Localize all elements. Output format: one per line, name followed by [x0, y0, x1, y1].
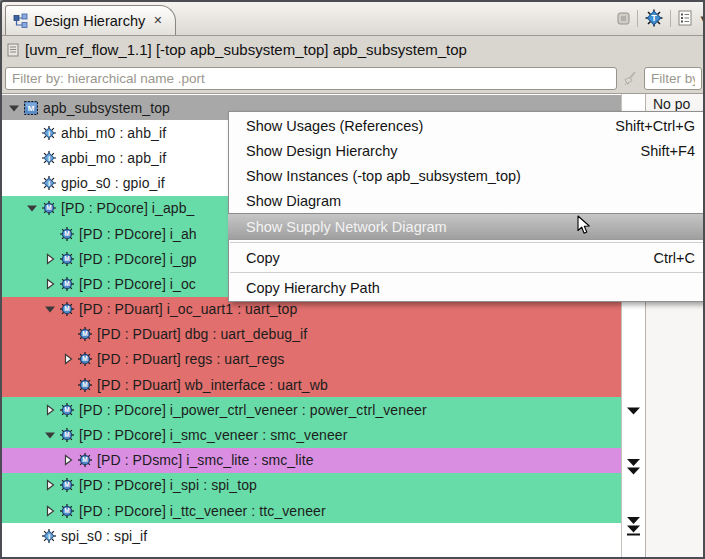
tab-design-hierarchy[interactable]: Design Hierarchy ✕	[5, 5, 176, 35]
expander-expanded-icon[interactable]	[42, 428, 58, 442]
svg-text:M: M	[64, 280, 69, 287]
menu-separator	[230, 242, 703, 243]
svg-text:i: i	[47, 154, 49, 163]
tree-row[interactable]: M[PD : PDcore] i_power_ctrl_veneer : pow…	[2, 397, 621, 422]
tree-row[interactable]: M[PD : PDuart] wb_interface : uart_wb	[2, 372, 621, 397]
tree-row-label: [PD : PDuart] dbg : uart_debug_if	[97, 326, 307, 342]
tree-row-label: [PD : PDcore] i_power_ctrl_veneer : powe…	[79, 402, 427, 418]
scroll-down-double-marker-icon[interactable]	[625, 458, 642, 476]
interface-icon: i	[41, 175, 57, 191]
scroll-down-marker-icon[interactable]	[625, 406, 642, 416]
tree-row[interactable]: M[PD : PDcore] i_spi : spi_top	[2, 473, 621, 498]
svg-text:M: M	[64, 305, 69, 312]
toolbar-separator	[670, 10, 671, 27]
menu-item-label: Copy Hierarchy Path	[246, 280, 380, 296]
menu-item-copy[interactable]: CopyCtrl+C	[229, 245, 704, 270]
expander-expanded-icon[interactable]	[24, 201, 40, 215]
svg-text:T: T	[652, 13, 658, 23]
menu-item-show-design-hierarchy[interactable]: Show Design HierarchyShift+F4	[229, 138, 704, 163]
tree-row[interactable]: M[PD : PDsmc] i_smc_lite : smc_lite	[2, 448, 621, 473]
hierarchy-filter-input[interactable]	[5, 67, 617, 90]
svg-text:M: M	[27, 104, 34, 113]
tab-title: Design Hierarchy	[34, 13, 145, 29]
tree-row[interactable]: M[PD : PDuart] dbg : uart_debug_if	[2, 322, 621, 347]
menu-item-shortcut: Shift+F4	[641, 143, 695, 159]
expander-collapsed-icon[interactable]	[42, 478, 58, 492]
menu-item-label: Copy	[246, 250, 280, 266]
module-icon: M	[59, 477, 75, 493]
expander-collapsed-icon[interactable]	[60, 453, 76, 467]
expander-spacer	[24, 126, 40, 140]
interface-icon: i	[41, 150, 57, 166]
menu-item-show-instances-top-apb-subsystem-top[interactable]: Show Instances (-top apb_subsystem_top)	[229, 163, 704, 188]
outline-list-icon[interactable]	[678, 10, 693, 26]
menu-item-copy-hierarchy-path[interactable]: Copy Hierarchy Path	[229, 275, 704, 300]
expander-collapsed-icon[interactable]	[42, 252, 58, 266]
svg-text:M: M	[82, 381, 87, 388]
tree-row-label: apbi_mo : apb_if	[61, 150, 166, 166]
menu-separator	[230, 272, 703, 273]
module-icon: M	[59, 427, 75, 443]
expander-collapsed-icon[interactable]	[42, 277, 58, 291]
arrow-pointer-icon	[577, 215, 591, 235]
expander-expanded-icon[interactable]	[6, 101, 22, 115]
menu-item-label: Show Design Hierarchy	[246, 143, 398, 159]
module-icon: M	[77, 377, 93, 393]
module-icon: M	[59, 503, 75, 519]
scroll-end-marker-icon[interactable]	[625, 516, 642, 536]
expander-collapsed-icon[interactable]	[42, 403, 58, 417]
expander-expanded-icon[interactable]	[42, 302, 58, 316]
svg-text:M: M	[46, 205, 51, 212]
gear-t-icon[interactable]: T	[645, 9, 663, 27]
module-icon: M	[59, 251, 75, 267]
expander-spacer	[24, 176, 40, 190]
context-menu: Show Usages (References)Shift+Ctrl+GShow…	[228, 111, 705, 302]
tree-row-label: [PD : PDcore] i_apb_	[61, 200, 195, 216]
module-icon: M	[77, 351, 93, 367]
hierarchy-tree-icon	[13, 13, 28, 28]
menu-item-show-diagram[interactable]: Show Diagram	[229, 188, 704, 213]
menu-item-show-usages-references[interactable]: Show Usages (References)Shift+Ctrl+G	[229, 113, 704, 138]
tree-row-label: [PD : PDcore] i_gp	[79, 251, 197, 267]
svg-text:i: i	[47, 179, 49, 188]
ports-filter-input[interactable]	[644, 67, 702, 90]
tree-row[interactable]: ispi_s0 : spi_if	[2, 523, 621, 548]
tree-row[interactable]: M[PD : PDcore] i_ttc_veneer : ttc_veneer	[2, 498, 621, 523]
root-module-icon: M	[23, 100, 39, 116]
tree-row[interactable]: M[PD : PDcore] i_smc_veneer : smc_veneer	[2, 422, 621, 447]
expander-spacer	[24, 151, 40, 165]
tree-row[interactable]: M[PD : PDuart] regs : uart_regs	[2, 347, 621, 372]
svg-text:M: M	[64, 406, 69, 413]
document-icon	[7, 43, 19, 57]
tree-row-label: [PD : PDcore] i_ttc_veneer : ttc_veneer	[79, 503, 326, 519]
toolbar-separator	[637, 10, 638, 27]
module-icon: M	[41, 200, 57, 216]
tree-row-label: spi_s0 : spi_if	[61, 528, 147, 544]
svg-text:M: M	[64, 230, 69, 237]
module-icon: M	[77, 326, 93, 342]
close-icon[interactable]: ✕	[153, 14, 162, 27]
svg-text:M: M	[64, 482, 69, 489]
expander-collapsed-icon[interactable]	[60, 352, 76, 366]
expander-spacer	[42, 227, 58, 241]
svg-text:M: M	[82, 331, 87, 338]
minimize-square-icon[interactable]	[617, 12, 630, 25]
clear-filter-brush-icon[interactable]	[617, 70, 643, 86]
svg-text:i: i	[47, 129, 49, 138]
tree-row-label: [PD : PDuart] regs : uart_regs	[97, 351, 284, 367]
expander-spacer	[24, 529, 40, 543]
svg-text:M: M	[82, 457, 87, 464]
svg-text:i: i	[47, 532, 49, 541]
tree-row-label: gpio_s0 : gpio_if	[61, 175, 165, 191]
design-info-bar: [uvm_ref_flow_1.1] [-top apb_subsystem_t…	[2, 36, 703, 63]
tree-row-label: apb_subsystem_top	[43, 100, 170, 116]
expander-collapsed-icon[interactable]	[42, 504, 58, 518]
module-icon: M	[59, 402, 75, 418]
chevron-down-icon[interactable]: ▾	[700, 12, 705, 25]
tab-bar: Design Hierarchy ✕ T	[2, 2, 703, 36]
svg-text:M: M	[64, 255, 69, 262]
tree-row-label: [PD : PDcore] i_ah	[79, 226, 197, 242]
module-icon: M	[77, 452, 93, 468]
interface-icon: i	[41, 528, 57, 544]
menu-item-show-supply-network-diagram[interactable]: Show Supply Network Diagram	[228, 213, 705, 240]
